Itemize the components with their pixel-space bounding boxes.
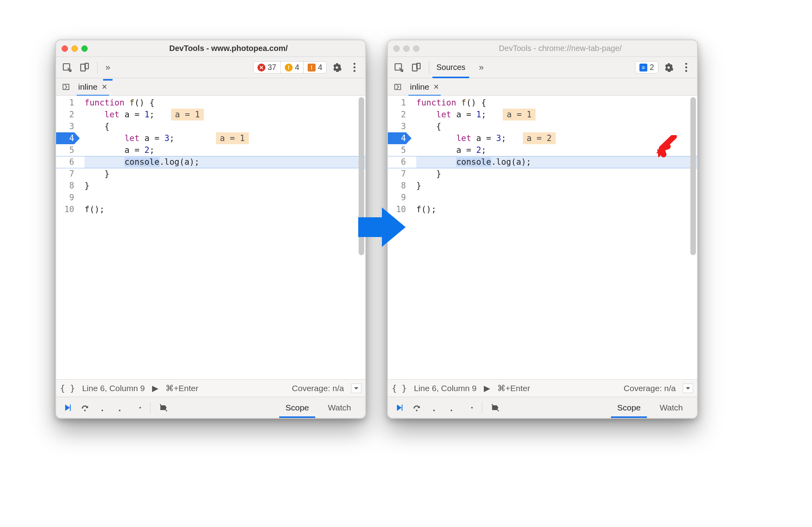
kebab-menu-icon[interactable] <box>679 60 693 75</box>
line-gutter: 12345678910 <box>56 96 78 379</box>
warnings-badge[interactable]: ! 4 <box>281 62 304 73</box>
file-tab-inline[interactable]: inline ✕ <box>77 82 108 92</box>
coverage-label: Coverage: n/a <box>624 384 676 393</box>
code-line[interactable]: } <box>85 180 365 192</box>
coverage-dropdown-icon[interactable] <box>683 384 693 393</box>
watch-tab[interactable]: Watch <box>318 397 361 418</box>
pretty-print-icon[interactable]: { } <box>60 384 75 393</box>
gutter-line[interactable]: 1 <box>56 97 74 109</box>
code-line[interactable]: function f() { <box>416 97 697 109</box>
more-tabs-chevron[interactable]: » <box>103 61 113 74</box>
gutter-line[interactable]: 7 <box>388 168 406 180</box>
gutter-line[interactable]: 1 <box>388 97 406 109</box>
inspect-icon[interactable] <box>392 60 406 75</box>
gutter-line[interactable]: 4 <box>56 132 74 144</box>
code-area[interactable]: function f() { let a = 1; a = 1 { let a … <box>410 96 697 379</box>
more-tabs-chevron[interactable]: » <box>476 61 486 74</box>
deactivate-breakpoints-icon[interactable] <box>489 401 502 414</box>
gutter-line[interactable]: 8 <box>56 180 74 192</box>
gutter-line[interactable]: 9 <box>388 192 406 203</box>
scope-tab[interactable]: Scope <box>608 397 650 418</box>
watch-tab[interactable]: Watch <box>650 397 692 418</box>
run-hint: ⌘+Enter <box>165 384 198 393</box>
console-badges[interactable]: ✕ 37 ! 4 ! 4 <box>253 61 327 73</box>
code-line[interactable]: function f() { <box>85 97 365 109</box>
resume-icon[interactable] <box>61 401 74 414</box>
issues-badge[interactable]: ! 4 <box>304 62 326 73</box>
code-line[interactable] <box>85 192 365 203</box>
status-bar: { } Line 6, Column 9 ▶ ⌘+Enter Coverage:… <box>388 379 697 397</box>
code-line[interactable]: { <box>85 120 365 132</box>
kebab-menu-icon[interactable] <box>347 60 361 75</box>
coverage-dropdown-icon[interactable] <box>351 384 361 393</box>
separator <box>97 61 98 74</box>
run-icon[interactable]: ▶ <box>152 384 158 393</box>
scrollbar[interactable] <box>690 97 696 255</box>
errors-badge[interactable]: ✕ 37 <box>254 62 281 73</box>
code-line[interactable]: } <box>416 180 697 192</box>
code-area[interactable]: function f() { let a = 1; a = 1 { let a … <box>78 96 365 379</box>
code-line[interactable] <box>416 192 697 203</box>
deactivate-breakpoints-icon[interactable] <box>157 401 170 414</box>
step-out-icon[interactable] <box>445 401 458 414</box>
titlebar[interactable]: DevTools - www.photopea.com/ <box>56 40 365 57</box>
zoom-icon[interactable] <box>81 45 88 52</box>
console-badges[interactable]: ≡ 2 <box>635 61 658 73</box>
pretty-print-icon[interactable]: { } <box>392 384 407 393</box>
step-icon[interactable] <box>462 401 476 414</box>
gutter-line[interactable]: 8 <box>388 180 406 192</box>
code-line[interactable]: } <box>416 168 697 180</box>
gutter-line[interactable]: 3 <box>388 120 406 132</box>
zoom-icon[interactable] <box>413 45 419 52</box>
gutter-line[interactable]: 5 <box>388 144 406 156</box>
gutter-line[interactable]: 6 <box>388 156 406 168</box>
code-line[interactable]: } <box>85 168 365 180</box>
code-editor[interactable]: 12345678910 function f() { let a = 1; a … <box>56 96 365 379</box>
gutter-line[interactable]: 4 <box>388 132 406 144</box>
step-out-icon[interactable] <box>113 401 126 414</box>
gutter-line[interactable]: 2 <box>388 109 406 120</box>
code-line[interactable]: let a = 1; a = 1 <box>85 109 365 120</box>
step-into-icon[interactable] <box>427 401 441 414</box>
inspect-icon[interactable] <box>60 60 74 75</box>
code-line[interactable]: a = 2; <box>85 144 365 156</box>
gutter-line[interactable]: 6 <box>56 156 74 168</box>
settings-icon[interactable] <box>662 60 676 75</box>
run-icon[interactable]: ▶ <box>484 384 490 393</box>
close-tab-icon[interactable]: ✕ <box>102 83 107 91</box>
code-line[interactable]: f(); <box>85 203 365 215</box>
close-icon[interactable] <box>62 45 68 52</box>
step-icon[interactable] <box>130 401 144 414</box>
debugger-toolbar: Scope Watch <box>56 397 365 418</box>
code-line[interactable]: let a = 3; a = 1 <box>85 132 365 144</box>
gutter-line[interactable]: 5 <box>56 144 74 156</box>
navigator-toggle-icon[interactable] <box>60 81 72 93</box>
messages-badge[interactable]: ≡ 2 <box>635 62 658 73</box>
gutter-line[interactable]: 7 <box>56 168 74 180</box>
minimize-icon[interactable] <box>403 45 410 52</box>
device-toggle-icon[interactable] <box>77 60 92 75</box>
code-line[interactable]: let a = 1; a = 1 <box>416 109 697 120</box>
code-line[interactable]: console.log(a); <box>85 156 365 168</box>
code-line[interactable]: { <box>416 120 697 132</box>
gutter-line[interactable]: 2 <box>56 109 74 120</box>
gutter-line[interactable]: 10 <box>56 203 74 215</box>
resume-icon[interactable] <box>393 401 406 414</box>
sources-tab[interactable]: Sources <box>435 63 467 72</box>
step-over-icon[interactable] <box>410 401 423 414</box>
gutter-line[interactable]: 3 <box>56 120 74 132</box>
gutter-line[interactable]: 9 <box>56 192 74 203</box>
scope-tab[interactable]: Scope <box>276 397 319 418</box>
file-tab-inline[interactable]: inline ✕ <box>409 82 440 92</box>
navigator-toggle-icon[interactable] <box>392 81 404 93</box>
code-line[interactable]: f(); <box>416 203 697 215</box>
device-toggle-icon[interactable] <box>409 60 423 75</box>
close-tab-icon[interactable]: ✕ <box>433 83 439 91</box>
settings-icon[interactable] <box>330 60 344 75</box>
step-over-icon[interactable] <box>78 401 92 414</box>
step-into-icon[interactable] <box>96 401 109 414</box>
minimize-icon[interactable] <box>71 45 78 52</box>
close-icon[interactable] <box>393 45 400 52</box>
titlebar[interactable]: DevTools - chrome://new-tab-page/ <box>388 40 697 57</box>
code-editor[interactable]: 12345678910 function f() { let a = 1; a … <box>388 96 697 379</box>
